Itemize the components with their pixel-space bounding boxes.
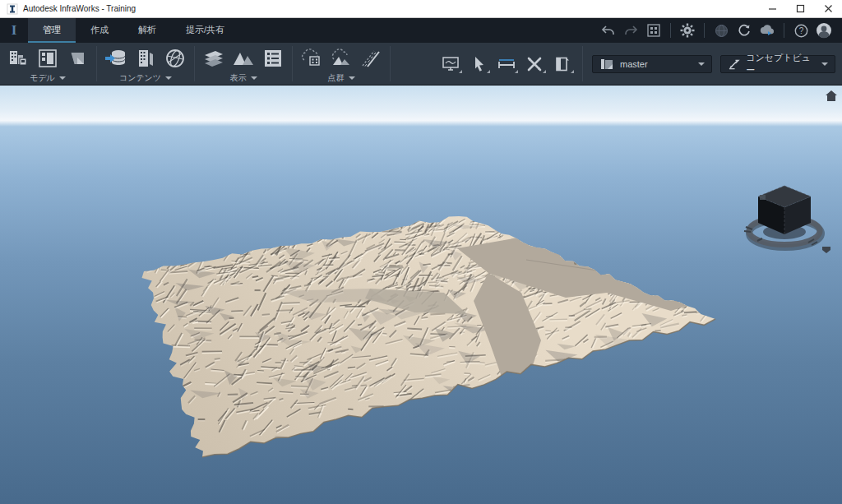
model-buildings-icon [7,48,29,69]
group-label-model[interactable]: モデル [5,72,90,85]
undo-icon [601,25,615,37]
caret-down-icon [59,76,66,80]
caret-down-icon [165,76,172,80]
close-button[interactable] [814,0,842,17]
caret-corner-icon [459,70,462,73]
caret-down-icon [698,62,705,66]
model-properties-button[interactable] [5,45,31,72]
viewport-3d[interactable] [0,86,842,504]
point-cloud-terrain-button[interactable] [328,45,354,72]
web-content-button[interactable] [162,45,188,72]
account-button[interactable] [814,21,834,40]
infraworks-logo-icon[interactable]: I [0,18,28,43]
point-cloud-road-button[interactable] [358,45,384,72]
building-grid-icon [135,48,156,69]
tab-analyze[interactable]: 解析 [123,18,171,43]
home-view-button[interactable] [825,90,838,102]
layers-button[interactable] [201,45,227,72]
point-cloud-model-button[interactable] [298,45,325,72]
proposal-icon [599,58,614,71]
legend-list-icon [262,48,284,69]
globe-icon [715,24,729,38]
minimize-button[interactable] [758,0,786,17]
quick-tools [432,43,581,85]
view-value: コンセプトビュー [746,52,816,76]
group-display: 表示 [196,43,291,85]
title-bar: Autodesk InfraWorks - Training [0,0,842,18]
measure-icon [497,56,516,72]
ribbon-tab-bar: I 管理 作成 解析 提示/共有 [0,18,842,43]
help-button[interactable]: ? [791,21,811,40]
group-model: モデル [0,43,95,85]
caret-corner-icon [515,70,518,73]
utilities-button[interactable] [524,54,545,74]
point-cloud-road-icon [359,48,382,69]
view-cube-body[interactable] [758,186,811,234]
group-model-label: モデル [30,72,55,84]
settings-button[interactable] [678,21,697,40]
concept-view-icon [728,58,740,71]
legend-button[interactable] [260,45,286,72]
view-select[interactable]: コンセプトビュー [720,55,835,73]
drop-arrow-icon [822,247,830,253]
measure-tool-button[interactable] [496,54,517,74]
tab-manage[interactable]: 管理 [28,18,76,43]
help-glyph: ? [798,26,803,35]
tab-create[interactable]: 作成 [76,18,123,43]
data-import-icon [104,48,127,69]
undo-button[interactable] [598,21,618,40]
model-surface-button[interactable] [64,45,90,72]
web-globe-icon [164,48,186,69]
select-cursor-icon [471,56,486,72]
close-icon [824,4,833,13]
quick-access-icons: ? [598,18,842,43]
caret-down-icon [349,76,355,80]
group-label-content[interactable]: コンテンツ [103,72,188,85]
cloud-share-button[interactable] [757,21,777,40]
group-content-label: コンテンツ [119,72,161,84]
minimize-icon [768,4,777,13]
group-display-label: 表示 [230,72,247,84]
ribbon-toolbar: モデル [0,43,842,86]
sync-button[interactable] [734,21,754,40]
proposal-value: master [620,59,648,69]
redo-button[interactable] [621,21,641,40]
app-icon [7,3,18,15]
view-cube-menu-button[interactable] [821,246,831,254]
model-panel-button[interactable] [35,45,61,72]
proposal-select[interactable]: master [592,55,712,73]
home-icon [826,90,837,101]
display-settings-button[interactable] [440,54,461,74]
select-tool-button[interactable] [468,54,489,74]
tab-present-share[interactable]: 提示/共有 [171,18,239,43]
storyboard-button[interactable] [552,54,573,74]
redo-icon [624,25,638,37]
layers-icon [202,48,225,69]
window-layout-button[interactable] [644,21,664,40]
caret-corner-icon [543,70,546,73]
window-layout-icon [647,24,660,37]
point-cloud-terrain-icon [330,48,353,69]
sync-icon [737,23,752,38]
cloud-sync-icon [760,24,775,37]
maximize-button[interactable] [786,0,814,17]
data-import-button[interactable] [103,45,129,72]
maximize-icon [796,4,805,13]
group-point-cloud-label: 点群 [328,72,345,84]
terrain-model[interactable] [0,86,842,504]
display-settings-icon [442,56,460,72]
caret-down-icon [821,62,828,66]
gear-icon [680,23,695,38]
group-label-display[interactable]: 表示 [201,72,286,85]
point-cloud-box-icon [300,48,323,69]
group-point-cloud: 点群 [294,43,389,85]
terrain-themes-button[interactable] [230,45,257,72]
group-label-point-cloud[interactable]: 点群 [298,72,384,85]
view-cube[interactable] [738,173,833,266]
surface-sheet-icon [67,48,88,69]
user-avatar [816,22,832,39]
city-content-button[interactable] [132,45,159,72]
caret-down-icon [251,76,257,80]
model-panel-icon [37,48,58,69]
model-info-button[interactable] [711,21,731,40]
